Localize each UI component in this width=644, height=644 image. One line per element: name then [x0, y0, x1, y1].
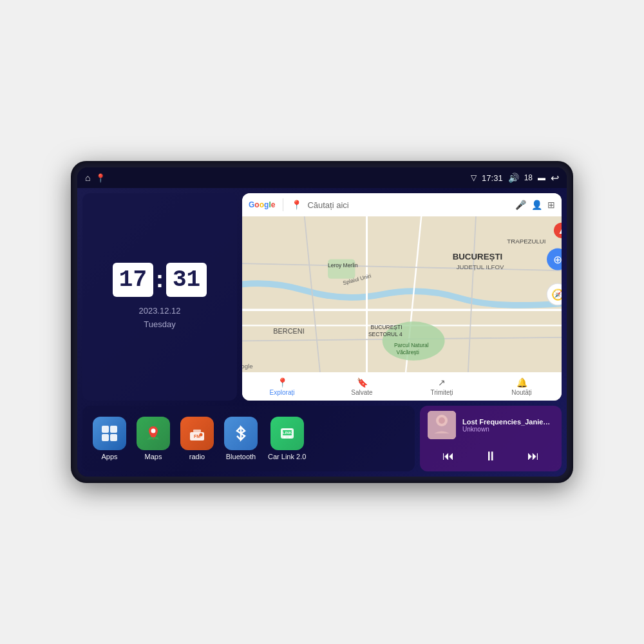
layers-icon[interactable]: ⊞ — [547, 200, 555, 210]
explore-icon: 📍 — [277, 377, 288, 388]
svg-text:▲: ▲ — [558, 227, 562, 236]
maps-app-icon — [137, 417, 170, 450]
google-maps-logo: Google — [249, 200, 275, 209]
bluetooth-label: Bluetooth — [226, 453, 256, 460]
svg-rect-30 — [102, 434, 109, 441]
clock-widget: 17 : 31 2023.12.12 Tuesday — [82, 193, 237, 401]
back-icon[interactable]: ↩ — [551, 172, 559, 184]
main-content: 17 : 31 2023.12.12 Tuesday Google — [77, 188, 567, 477]
clock-date: 2023.12.12 Tuesday — [138, 305, 180, 332]
account-icon[interactable]: 👤 — [531, 200, 542, 210]
status-bar-left: ⌂ 📍 — [85, 173, 106, 183]
svg-rect-29 — [110, 426, 117, 433]
clock-display: 17 : 31 — [113, 263, 207, 297]
svg-text:BUCUREȘTI: BUCUREȘTI — [453, 252, 503, 261]
app-item-apps[interactable]: Apps — [93, 417, 126, 460]
music-title: Lost Frequencies_Janieck Devy-... — [462, 418, 554, 426]
svg-point-44 — [439, 417, 445, 424]
music-player: Lost Frequencies_Janieck Devy-... Unknow… — [420, 406, 562, 471]
svg-text:TRAPEZULUI: TRAPEZULUI — [507, 238, 545, 245]
svg-point-36 — [200, 433, 203, 437]
bottom-section: Apps Maps — [77, 406, 567, 477]
volume-icon: 🔊 — [508, 173, 519, 183]
svg-point-39 — [283, 437, 285, 439]
clock-hours: 17 — [113, 263, 153, 297]
svg-text:JUDEȚUL ILFOV: JUDEȚUL ILFOV — [457, 263, 504, 270]
share-icon: ↗ — [438, 377, 446, 388]
music-artist: Unknown — [462, 426, 554, 433]
svg-rect-35 — [193, 430, 201, 432]
app-item-carlink[interactable]: LINK Car Link 2.0 — [268, 417, 306, 460]
maps-pin-icon: 📍 — [291, 200, 302, 210]
svg-point-32 — [151, 429, 156, 433]
map-nav-saved[interactable]: 🔖 Salvate — [322, 377, 402, 396]
music-controls: ⏮ ⏸ ⏭ — [428, 446, 554, 466]
next-button[interactable]: ⏭ — [522, 447, 544, 466]
app-item-bluetooth[interactable]: Bluetooth — [224, 417, 258, 460]
map-search-input[interactable]: Căutați aici — [307, 200, 510, 210]
svg-text:Parcul Natural: Parcul Natural — [394, 342, 429, 348]
svg-text:🧭: 🧭 — [551, 288, 562, 301]
apps-label: Apps — [101, 453, 117, 460]
car-headunit-device: ⌂ 📍 ▽ 17:31 🔊 18 ▬ ↩ 17 : — [71, 161, 573, 483]
svg-text:LINK: LINK — [283, 431, 292, 435]
map-bottom-bar: 📍 Explorați 🔖 Salvate ↗ Trimiteți 🔔 — [242, 372, 562, 401]
location-pin-icon[interactable]: 📍 — [95, 173, 106, 183]
status-bar-right: ▽ 17:31 🔊 18 ▬ ↩ — [471, 172, 559, 184]
svg-rect-28 — [102, 426, 109, 433]
svg-text:BUCUREȘTI: BUCUREȘTI — [371, 324, 402, 330]
svg-text:Leroy Merlin: Leroy Merlin — [328, 262, 358, 269]
album-art — [428, 411, 456, 439]
carlink-app-icon: LINK — [270, 417, 304, 450]
map-nav-explore[interactable]: 📍 Explorați — [242, 377, 322, 396]
svg-text:Google: Google — [242, 363, 253, 370]
svg-text:SECTORUL 4: SECTORUL 4 — [368, 331, 402, 337]
apps-icon — [93, 417, 126, 450]
battery-icon: ▬ — [538, 173, 545, 182]
svg-rect-31 — [110, 434, 117, 441]
news-icon: 🔔 — [516, 377, 527, 388]
bluetooth-app-icon — [224, 417, 258, 450]
app-item-radio[interactable]: FM radio — [180, 417, 214, 460]
apps-row: Apps Maps — [82, 406, 415, 471]
prev-button[interactable]: ⏮ — [437, 447, 459, 466]
radio-app-icon: FM — [180, 417, 214, 450]
music-top: Lost Frequencies_Janieck Devy-... Unknow… — [428, 411, 554, 439]
radio-label: radio — [189, 453, 205, 460]
top-section: 17 : 31 2023.12.12 Tuesday Google — [77, 188, 567, 406]
signal-icon: ▽ — [471, 173, 477, 182]
saved-icon: 🔖 — [357, 377, 368, 388]
map-nav-share-label: Trimiteți — [430, 389, 453, 396]
map-nav-news[interactable]: 🔔 Noutăți — [482, 377, 562, 396]
clock-minutes: 31 — [166, 263, 207, 297]
home-icon[interactable]: ⌂ — [85, 173, 90, 183]
device-screen: ⌂ 📍 ▽ 17:31 🔊 18 ▬ ↩ 17 : — [77, 167, 567, 477]
carlink-label: Car Link 2.0 — [268, 453, 306, 460]
svg-text:BERCENI: BERCENI — [273, 327, 304, 335]
map-search-bar[interactable]: Google 📍 Căutați aici 🎤 👤 ⊞ — [242, 193, 562, 216]
volume-level: 18 — [524, 173, 533, 182]
svg-point-40 — [289, 437, 290, 439]
status-bar: ⌂ 📍 ▽ 17:31 🔊 18 ▬ ↩ — [77, 167, 567, 188]
status-time: 17:31 — [482, 173, 503, 183]
map-nav-explore-label: Explorați — [270, 389, 295, 396]
map-nav-saved-label: Salvate — [351, 389, 372, 396]
mic-icon[interactable]: 🎤 — [515, 200, 526, 210]
map-widget[interactable]: Google 📍 Căutați aici 🎤 👤 ⊞ — [242, 193, 562, 401]
map-nav-news-label: Noutăți — [511, 389, 532, 396]
clock-separator: : — [156, 266, 164, 293]
maps-label: Maps — [145, 453, 162, 460]
play-pause-button[interactable]: ⏸ — [479, 446, 502, 466]
map-body[interactable]: BUCUREȘTI JUDEȚUL ILFOV TRAPEZULUI BERCE… — [242, 216, 562, 372]
svg-text:⊕: ⊕ — [553, 254, 562, 266]
music-info: Lost Frequencies_Janieck Devy-... Unknow… — [462, 418, 554, 433]
map-nav-share[interactable]: ↗ Trimiteți — [402, 377, 482, 396]
app-item-maps[interactable]: Maps — [137, 417, 170, 460]
map-search-icons: 🎤 👤 ⊞ — [515, 200, 555, 210]
svg-text:Văcărești: Văcărești — [397, 349, 419, 355]
